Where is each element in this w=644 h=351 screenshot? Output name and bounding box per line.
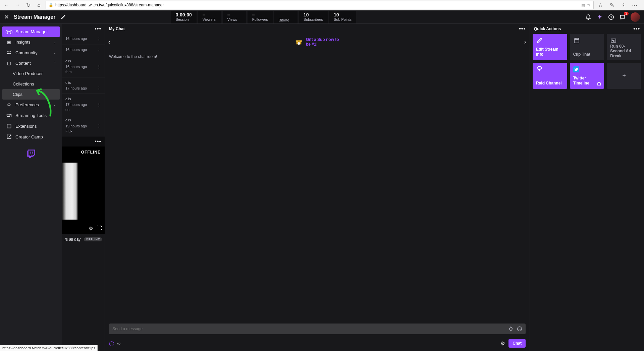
forward-button[interactable]: → bbox=[13, 1, 21, 9]
stream-title-row: /s all day OFFLINE bbox=[62, 234, 105, 245]
qa-label: Raid Channel bbox=[536, 81, 564, 85]
qa-add-action[interactable]: + bbox=[607, 63, 641, 89]
feed-item-menu[interactable]: ⋮ bbox=[97, 48, 101, 53]
stat-views-lbl: Views bbox=[227, 17, 241, 21]
camera-icon bbox=[6, 113, 12, 118]
sidebar-item-creator-camp[interactable]: Creator Camp bbox=[2, 131, 60, 142]
qa-twitter-timeline[interactable]: Twitter Timeline bbox=[570, 63, 604, 89]
preview-fullscreen-icon[interactable]: ⛶ bbox=[97, 225, 102, 232]
svg-point-11 bbox=[518, 327, 522, 331]
extension-icon bbox=[597, 81, 601, 86]
svg-rect-14 bbox=[598, 83, 600, 85]
twitch-logo[interactable] bbox=[26, 149, 36, 158]
share-icon[interactable]: ⇪ bbox=[619, 1, 627, 9]
stream-preview[interactable]: OFFLINE ⚙ ⛶ bbox=[62, 147, 105, 234]
emote-icon[interactable] bbox=[517, 326, 522, 332]
stat-session: 0:00:00 Session bbox=[171, 11, 197, 23]
stats-bar: 0:00:00 Session – Viewers – Views – Foll… bbox=[171, 11, 357, 23]
star-icon[interactable]: ☆ bbox=[587, 3, 591, 7]
stat-viewers-val: – bbox=[203, 12, 217, 17]
channel-points-icon[interactable]: ◯ bbox=[109, 341, 114, 346]
sidebar-label: Extensions bbox=[15, 124, 37, 129]
url-bar[interactable]: 🔒 ▤ ☆ bbox=[46, 1, 594, 9]
user-avatar[interactable] bbox=[631, 12, 640, 22]
stat-followers-lbl: Followers bbox=[252, 17, 268, 21]
sidebar-sub-clips[interactable]: Clips bbox=[2, 89, 60, 100]
sidebar-sub-video-producer[interactable]: Video Producer bbox=[0, 68, 62, 79]
notes-icon[interactable]: ✎ bbox=[608, 1, 616, 9]
feed-item[interactable]: c is 17 hours ago⋮ bbox=[62, 77, 105, 94]
home-button[interactable]: ⌂ bbox=[35, 1, 43, 9]
broadcast-icon: ((•)) bbox=[6, 29, 12, 34]
preview-menu-icon[interactable]: ••• bbox=[95, 138, 101, 144]
stat-followers-val: – bbox=[252, 12, 268, 17]
edit-layout-icon[interactable] bbox=[60, 14, 66, 20]
feed-item[interactable]: 16 hours ago ⋮ bbox=[62, 45, 105, 56]
sidebar-item-streaming-tools[interactable]: Streaming Tools bbox=[2, 110, 60, 121]
preview-settings-icon[interactable]: ⚙ bbox=[89, 225, 93, 232]
banner-next-icon[interactable]: › bbox=[524, 39, 526, 46]
sidebar-item-community[interactable]: Community ⌄ bbox=[2, 47, 60, 58]
pencil-icon bbox=[536, 37, 564, 44]
feed-item[interactable]: c is 17 hours ago⋮ en bbox=[62, 94, 105, 115]
feed-item-menu[interactable]: ⋮ bbox=[97, 85, 101, 91]
sidebar-sub-collections[interactable]: Collections bbox=[0, 79, 62, 89]
whispers-icon[interactable]: 3 bbox=[619, 14, 626, 20]
feed-item[interactable]: c is 16 hours ago⋮ thm bbox=[62, 56, 105, 77]
sidebar: ((•)) Stream Manager ▣ Insights ⌄ Commun… bbox=[0, 24, 62, 351]
more-icon[interactable]: ⋯ bbox=[631, 1, 639, 9]
qa-menu-icon[interactable]: ••• bbox=[633, 26, 640, 32]
feed-text: c is bbox=[65, 80, 71, 85]
feed-text: Flux bbox=[65, 129, 101, 133]
chat-settings-icon[interactable]: ⚙ bbox=[500, 340, 505, 347]
sidebar-label: Community bbox=[15, 50, 38, 55]
sparkle-icon[interactable] bbox=[596, 14, 603, 20]
notifications-icon[interactable] bbox=[585, 14, 592, 20]
feed-item-menu[interactable]: ⋮ bbox=[97, 64, 101, 69]
chat-bottom-bar: ◯ ∞ ⚙ Chat bbox=[105, 337, 530, 351]
activity-menu-icon[interactable]: ••• bbox=[95, 26, 101, 32]
feed-time: 19 hours ago bbox=[65, 124, 87, 128]
chat-input[interactable] bbox=[112, 327, 508, 331]
sidebar-item-extensions[interactable]: Extensions bbox=[2, 121, 60, 131]
close-button[interactable]: ✕ bbox=[4, 13, 9, 21]
url-input[interactable] bbox=[55, 3, 579, 7]
twitter-icon bbox=[573, 66, 601, 73]
feed-time: 16 hours ago bbox=[65, 48, 87, 52]
qa-raid-channel[interactable]: Raid Channel bbox=[533, 63, 567, 89]
chat-welcome: Welcome to the chat room! bbox=[109, 54, 157, 59]
offline-pill: OFFLINE bbox=[84, 237, 102, 241]
feed-item-menu[interactable]: ⋮ bbox=[97, 123, 101, 129]
qa-header: Quick Actions ••• bbox=[533, 24, 641, 34]
chat-menu-icon[interactable]: ••• bbox=[519, 26, 526, 32]
sidebar-label: Preferences bbox=[15, 102, 39, 107]
feed-item-menu[interactable]: ⋮ bbox=[97, 102, 101, 107]
gift-text: Gift a Sub now to be #1! bbox=[306, 37, 339, 47]
stat-bitrate: Bitrate bbox=[274, 11, 298, 23]
favorites-icon[interactable]: ☆ bbox=[596, 1, 604, 9]
reader-icon[interactable]: ▤ bbox=[581, 3, 585, 7]
back-button[interactable]: ← bbox=[3, 1, 11, 9]
qa-clip-that[interactable]: Clip That bbox=[570, 34, 604, 60]
feed-item-menu[interactable]: ⋮ bbox=[97, 37, 101, 42]
feed-item[interactable]: c is 19 hours ago⋮ Flux bbox=[62, 115, 105, 136]
help-icon[interactable]: ? bbox=[608, 14, 614, 20]
feed-item[interactable]: 16 hours ago ⋮ bbox=[62, 34, 105, 45]
stat-subpoints: 10 Sub Points bbox=[329, 11, 356, 23]
chat-input-container[interactable] bbox=[109, 324, 526, 334]
gift-banner[interactable]: ‹ 1 Gift a Sub now to be #1! › bbox=[105, 34, 530, 50]
stat-followers: – Followers bbox=[248, 11, 273, 23]
qa-edit-stream-info[interactable]: Edit Stream Info bbox=[533, 34, 567, 60]
sidebar-item-preferences[interactable]: ⚙ Preferences ⌄ bbox=[2, 100, 60, 110]
banner-prev-icon[interactable]: ‹ bbox=[108, 39, 110, 46]
chat-send-button[interactable]: Chat bbox=[508, 339, 526, 348]
stream-title: /s all day bbox=[65, 237, 80, 242]
sidebar-item-stream-manager[interactable]: ((•)) Stream Manager bbox=[2, 26, 60, 37]
qa-run-ad[interactable]: Run 60-Second Ad Break bbox=[607, 34, 641, 60]
refresh-button[interactable]: ↻ bbox=[24, 1, 32, 9]
feed-text: c is bbox=[65, 118, 71, 122]
sidebar-item-insights[interactable]: ▣ Insights ⌄ bbox=[2, 37, 60, 47]
preview-header: ••• bbox=[62, 136, 105, 147]
bits-icon[interactable] bbox=[508, 326, 514, 332]
sidebar-item-content[interactable]: ▢ Content ⌃ bbox=[2, 58, 60, 68]
